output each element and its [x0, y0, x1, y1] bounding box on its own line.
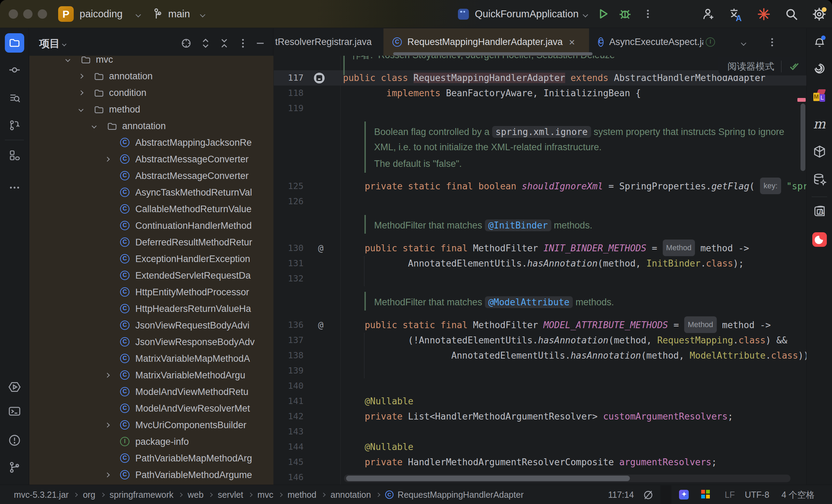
code-line-142[interactable]: 142 private List<HandlerMethodArgumentRe…: [274, 409, 806, 424]
tree-item-ModelAndViewMethodRetu[interactable]: CModelAndViewMethodRetu: [29, 384, 273, 400]
annotation-gutter-icon[interactable]: @: [318, 241, 324, 256]
line-number[interactable]: 125: [274, 179, 304, 194]
project-panel-title[interactable]: 项目: [39, 37, 60, 51]
doc-line[interactable]: MethodFilter that matches @ModelAttribut…: [274, 295, 806, 310]
breadcrumb[interactable]: mvc-5.3.21.jarorgspringframeworkwebservl…: [14, 485, 524, 504]
line-number[interactable]: 137: [274, 333, 304, 348]
close-tab-icon[interactable]: ×: [569, 36, 575, 48]
tree-item-PathVariableMethodArgume[interactable]: CPathVariableMethodArgume: [29, 467, 273, 483]
code-line-126[interactable]: 126: [274, 194, 806, 209]
cube-plugin-icon[interactable]: [810, 142, 829, 161]
find-tool-button[interactable]: [5, 88, 24, 107]
zoom-window-button[interactable]: [38, 9, 47, 19]
project-tool-button[interactable]: [5, 33, 24, 53]
chevron-down-icon[interactable]: [92, 124, 97, 128]
chevron-right-icon[interactable]: [105, 472, 110, 477]
line-number[interactable]: 139: [274, 363, 304, 378]
line-number[interactable]: 142: [274, 409, 304, 424]
horizontal-scrollbar[interactable]: [344, 475, 790, 482]
chevron-right-icon[interactable]: [79, 74, 83, 79]
chevron-down-icon[interactable]: [63, 41, 66, 47]
line-number[interactable]: 140: [274, 378, 304, 394]
code-line-130[interactable]: 130@ public static final MethodFilter IN…: [274, 241, 806, 256]
breadcrumb-item[interactable]: springframework: [110, 490, 174, 500]
bookmark-icon[interactable]: [314, 73, 325, 83]
code-line-131[interactable]: 131 AnnotatedElementUtils.hasAnnotation(…: [274, 256, 806, 271]
code-line-139[interactable]: 139: [274, 363, 806, 378]
breadcrumb-item[interactable]: annotation: [331, 490, 371, 500]
inspections-ok-icon[interactable]: [788, 61, 800, 72]
expand-all-icon[interactable]: [200, 37, 211, 49]
breadcrumb-item[interactable]: org: [83, 490, 95, 500]
code-editor[interactable]: 作者: Rossen Stoyanchev, Juergen Hoeller, …: [274, 56, 806, 485]
tree-item-AbstractMessageConverter[interactable]: CAbstractMessageConverter: [29, 151, 273, 168]
more-tools-button[interactable]: [5, 178, 24, 197]
tree-item-HttpEntityMethodProcessor[interactable]: CHttpEntityMethodProcessor: [29, 284, 273, 300]
code-line-136[interactable]: 136@ public static final MethodFilter MO…: [274, 317, 806, 333]
tree-item-JsonViewRequestBodyAdvi[interactable]: CJsonViewRequestBodyAdvi: [29, 317, 273, 334]
tree-item-CallableMethodReturnValue[interactable]: CCallableMethodReturnValue: [29, 201, 273, 217]
line-number[interactable]: 146: [274, 470, 304, 485]
tree-item-condition[interactable]: condition: [29, 84, 273, 101]
interface-icon-partial-tab[interactable]: I: [706, 37, 715, 47]
tab-async-execute-aspect[interactable]: C AsyncExecuteAspect.java: [589, 28, 703, 56]
tree-item-ModelAndViewResolverMet[interactable]: CModelAndViewResolverMet: [29, 400, 273, 417]
minimize-window-button[interactable]: [23, 9, 33, 19]
tab-request-mapping-handler-adapter[interactable]: C RequestMappingHandlerAdapter.java ×: [383, 28, 589, 56]
debug-icon[interactable]: [618, 7, 632, 21]
maven-icon[interactable]: m: [810, 114, 829, 134]
code-line-141[interactable]: 141 @Nullable: [274, 394, 806, 409]
tree-item-package-info[interactable]: Ipackage-info: [29, 433, 273, 450]
code-line-140[interactable]: 140: [274, 378, 806, 394]
tree-item-JsonViewResponseBodyAdv[interactable]: CJsonViewResponseBodyAdv: [29, 334, 273, 350]
breadcrumb-item[interactable]: method: [288, 490, 316, 500]
indent-setting[interactable]: 4 个空格: [781, 485, 815, 504]
chevron-right-icon[interactable]: [79, 90, 83, 95]
red-plugin-icon[interactable]: [810, 230, 829, 249]
doc-line[interactable]: Boolean flag controlled by a spring.xml.…: [274, 124, 806, 140]
line-number[interactable]: 145: [274, 454, 304, 470]
line-number[interactable]: 126: [274, 194, 304, 209]
doc-line[interactable]: XML, i.e. to not initialize the XML-rela…: [274, 140, 806, 155]
tree-item-MvcUriComponentsBuilder[interactable]: CMvcUriComponentsBuilder: [29, 417, 273, 433]
code-line-118[interactable]: 118 implements BeanFactoryAware, Initial…: [274, 86, 806, 101]
branch-name[interactable]: main: [168, 8, 190, 20]
tree-item-ExtendedServletRequestDa[interactable]: CExtendedServletRequestDa: [29, 267, 273, 284]
more-icon[interactable]: [642, 8, 653, 19]
line-number[interactable]: 117: [274, 70, 304, 86]
run-icon[interactable]: [596, 7, 610, 21]
dictionary-icon[interactable]: A: [810, 202, 829, 222]
add-user-icon[interactable]: [701, 7, 716, 21]
tree-item-annotation[interactable]: annotation: [29, 118, 273, 134]
chevron-down-icon[interactable]: [65, 57, 70, 62]
code-line-144[interactable]: 144 @Nullable: [274, 439, 806, 454]
tree-item-method[interactable]: method: [29, 101, 273, 118]
tree-item-HttpHeadersReturnValueHa[interactable]: CHttpHeadersReturnValueHa: [29, 300, 273, 317]
code-line-145[interactable]: 145 private HandlerMethodArgumentResolve…: [274, 454, 806, 470]
reader-mode-label[interactable]: 阅读器模式: [727, 60, 774, 73]
line-number[interactable]: 131: [274, 256, 304, 271]
notifications-bell-icon[interactable]: [810, 32, 829, 51]
no-inspection-icon[interactable]: [642, 489, 654, 501]
breadcrumb-item[interactable]: web: [188, 490, 204, 500]
line-separator[interactable]: LF: [725, 485, 735, 504]
purple-plugin-icon[interactable]: ✦: [679, 490, 689, 502]
tree-item-MatrixVariableMapMethodA[interactable]: CMatrixVariableMapMethodA: [29, 350, 273, 367]
line-number[interactable]: 118: [274, 86, 304, 101]
line-number[interactable]: 119: [274, 101, 304, 116]
commit-tool-button[interactable]: [5, 60, 24, 80]
line-number[interactable]: 130: [274, 241, 304, 256]
breadcrumb-item[interactable]: servlet: [218, 490, 243, 500]
tree-item-DeferredResultMethodRetur[interactable]: CDeferredResultMethodRetur: [29, 234, 273, 251]
code-line-119[interactable]: 119: [274, 101, 806, 116]
uml-plugin-icon[interactable]: M L: [810, 87, 829, 106]
structure-tool-button[interactable]: [5, 145, 24, 165]
code-line-125[interactable]: 125 private static final boolean shouldI…: [274, 179, 806, 194]
line-number[interactable]: 144: [274, 439, 304, 454]
line-number[interactable]: 141: [274, 394, 304, 409]
pull-requests-tool-button[interactable]: [5, 116, 24, 135]
tree-item-PathVariableMapMethodArg[interactable]: CPathVariableMapMethodArg: [29, 450, 273, 467]
caret-position[interactable]: 117:14: [608, 485, 634, 504]
spiral-plugin-icon[interactable]: [810, 59, 829, 78]
doc-line[interactable]: The default is "false".: [274, 156, 806, 171]
